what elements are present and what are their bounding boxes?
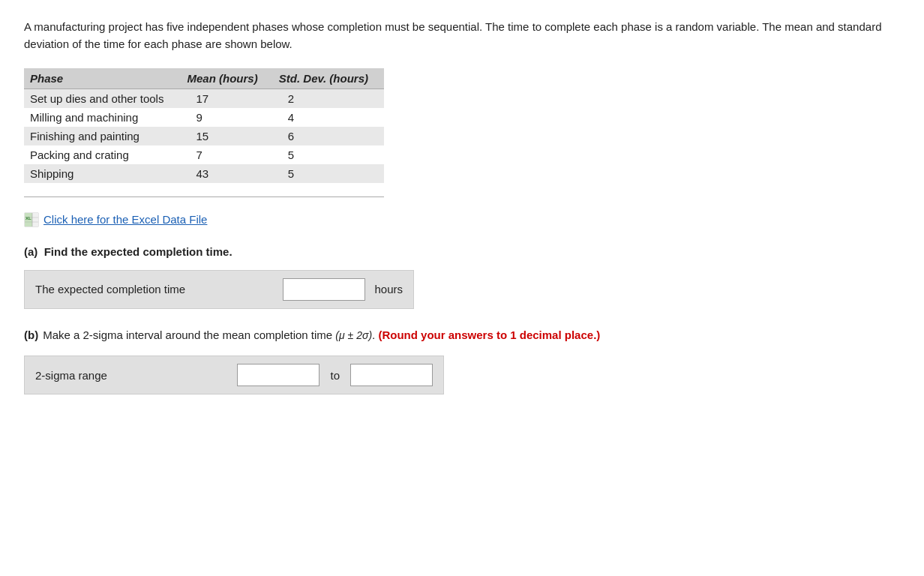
- phase-cell: Milling and machining: [24, 108, 182, 127]
- part-b-label: (b): [24, 327, 38, 344]
- phase-cell: Set up dies and other tools: [24, 88, 182, 108]
- to-text: to: [326, 369, 344, 382]
- svg-text:XL: XL: [26, 216, 32, 220]
- mean-cell: 43: [182, 164, 273, 183]
- sigma-range-label: 2-sigma range: [35, 369, 231, 382]
- svg-rect-2: [32, 213, 38, 226]
- excel-link-container: XL Click here for the Excel Data File: [24, 212, 900, 227]
- phase-cell: Shipping: [24, 164, 182, 183]
- excel-icon: XL: [24, 212, 39, 227]
- table-bottom-border: [24, 196, 384, 197]
- mean-cell: 15: [182, 127, 273, 146]
- phases-table: Phase Mean (hours) Std. Dev. (hours) Set…: [24, 68, 384, 183]
- round-note: (Round your answers to 1 decimal place.): [378, 328, 600, 341]
- part-b-post: .: [372, 328, 375, 341]
- part-b-container: (b) Make a 2-sigma interval around the m…: [24, 327, 900, 395]
- mean-header: Mean (hours): [182, 68, 273, 89]
- mean-cell: 7: [182, 146, 273, 164]
- hours-unit: hours: [374, 283, 403, 296]
- expected-completion-input[interactable]: [283, 278, 365, 301]
- part-b-text-content: Make a 2-sigma interval around the mean …: [43, 327, 900, 344]
- sigma-high-input[interactable]: [350, 364, 433, 386]
- mu-sigma-symbol: (μ ± 2σ): [335, 329, 372, 341]
- phase-cell: Finishing and painting: [24, 127, 182, 146]
- intro-paragraph: A manufacturing project has five indepen…: [24, 18, 900, 53]
- excel-data-link[interactable]: Click here for the Excel Data File: [44, 213, 207, 226]
- part-a-question-text: Find the expected completion time.: [44, 245, 232, 258]
- stddev-cell: 6: [273, 127, 384, 146]
- table-row: Finishing and painting 15 6: [24, 127, 384, 146]
- part-a-answer-row: The expected completion time hours: [24, 270, 414, 309]
- stddev-cell: 2: [273, 88, 384, 108]
- phase-cell: Packing and crating: [24, 146, 182, 164]
- table-row: Milling and machining 9 4: [24, 108, 384, 127]
- stddev-header: Std. Dev. (hours): [273, 68, 384, 89]
- stddev-cell: 4: [273, 108, 384, 127]
- stddev-cell: 5: [273, 146, 384, 164]
- mean-cell: 17: [182, 88, 273, 108]
- table-row: Shipping 43 5: [24, 164, 384, 183]
- part-b-question: (b) Make a 2-sigma interval around the m…: [24, 327, 900, 344]
- part-a-question: (a) Find the expected completion time.: [24, 245, 900, 258]
- table-row: Packing and crating 7 5: [24, 146, 384, 164]
- mean-cell: 9: [182, 108, 273, 127]
- phase-header: Phase: [24, 68, 182, 89]
- expected-completion-label: The expected completion time: [35, 283, 277, 296]
- sigma-low-input[interactable]: [237, 364, 320, 386]
- stddev-cell: 5: [273, 164, 384, 183]
- table-header-row: Phase Mean (hours) Std. Dev. (hours): [24, 68, 384, 89]
- sigma-range-row: 2-sigma range to: [24, 356, 444, 394]
- part-b-pre: Make a 2-sigma interval around the mean …: [43, 328, 332, 341]
- part-a-label: (a): [24, 245, 38, 258]
- table-row: Set up dies and other tools 17 2: [24, 88, 384, 108]
